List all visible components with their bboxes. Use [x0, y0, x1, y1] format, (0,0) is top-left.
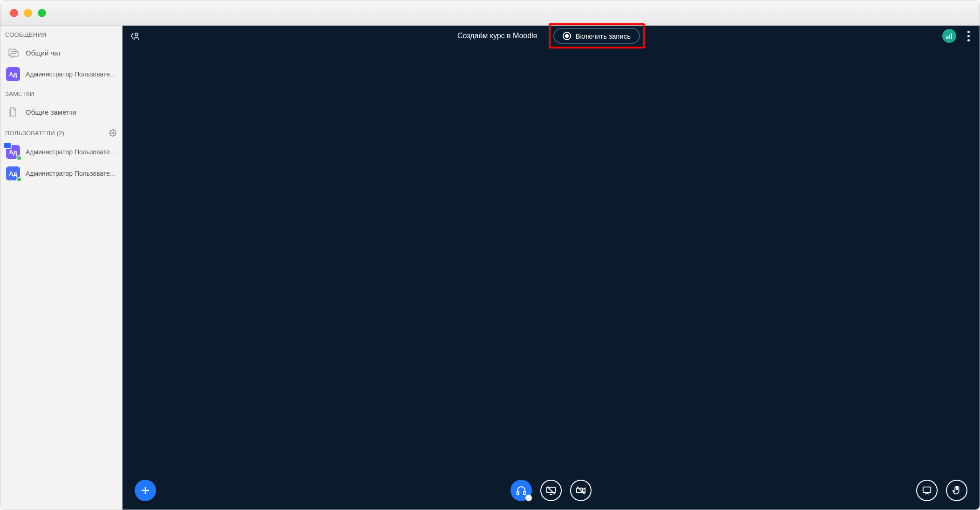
shared-notes-label: Общие заметки [26, 108, 76, 116]
room-title: Создаём курс в Moodle [457, 32, 538, 40]
camera-off-icon [575, 485, 586, 496]
window-minimize-button[interactable] [24, 9, 32, 17]
svg-rect-6 [524, 491, 525, 495]
status-online-icon [16, 155, 22, 161]
public-chat-label: Общий чат [26, 49, 61, 57]
raise-hand-icon [952, 485, 962, 496]
topbar-left [129, 30, 140, 41]
app-body: СООБЩЕНИЯ Общий чат Ад Администратор Пол… [0, 26, 980, 510]
avatar: Ад [6, 67, 20, 81]
avatar: Ад [6, 145, 20, 159]
chevron-person-icon [129, 30, 140, 41]
presentation-area[interactable] [122, 46, 980, 510]
svg-rect-3 [949, 35, 950, 39]
shared-notes-item[interactable]: Общие заметки [0, 101, 122, 123]
app-window: СООБЩЕНИЯ Общий чат Ад Администратор Пол… [0, 0, 980, 510]
document-icon [6, 105, 20, 119]
private-chat-item[interactable]: Ад Администратор Пользователь [0, 63, 122, 85]
topbar-center: Создаём курс в Moodle Включить запись [122, 23, 980, 48]
bottom-toolbar [122, 480, 980, 501]
gear-icon [109, 129, 116, 137]
options-menu-button[interactable] [964, 30, 973, 42]
svg-rect-4 [951, 34, 952, 39]
toggle-userlist-button[interactable] [129, 30, 140, 41]
connection-status-button[interactable] [942, 29, 956, 43]
headphones-icon [516, 485, 527, 496]
avatar-initials: Ад [9, 71, 17, 78]
raise-hand-button[interactable] [946, 480, 967, 501]
private-chat-user-label: Администратор Пользователь [26, 70, 116, 78]
sidebar: СООБЩЕНИЯ Общий чат Ад Администратор Пол… [0, 26, 122, 510]
topbar-right [942, 29, 973, 43]
svg-rect-2 [946, 36, 948, 39]
presentation-icon [922, 485, 932, 496]
record-button-label: Включить запись [576, 32, 631, 40]
avatar: Ад [6, 166, 20, 180]
presenter-badge-icon [3, 142, 12, 149]
signal-bars-icon [946, 32, 953, 40]
users-settings-button[interactable] [108, 128, 117, 138]
avatar-initials: Ад [9, 149, 17, 156]
audio-button[interactable] [510, 480, 532, 501]
messages-header-label: СООБЩЕНИЯ [5, 31, 47, 38]
main-area: Создаём курс в Moodle Включить запись [122, 26, 980, 510]
record-button-highlight: Включить запись [549, 23, 645, 48]
titlebar [0, 0, 980, 26]
user-name-label: Администратор Пользовате...(Вы) [26, 148, 116, 156]
actions-plus-button[interactable] [135, 480, 156, 501]
user-list-item[interactable]: Ад Администратор Пользовате...(Вы) [0, 141, 122, 163]
webcam-button[interactable] [570, 480, 592, 501]
chat-icon [6, 46, 20, 60]
plus-icon [140, 485, 151, 496]
messages-section-header: СООБЩЕНИЯ [0, 26, 122, 42]
topbar: Создаём курс в Moodle Включить запись [122, 26, 980, 46]
window-maximize-button[interactable] [38, 9, 46, 17]
notes-section-header: ЗАМЕТКИ [0, 85, 122, 101]
media-controls [510, 480, 592, 501]
users-section-header: ПОЛЬЗОВАТЕЛИ (2) [0, 123, 122, 141]
user-name-label: Администратор Пользователь [26, 170, 116, 177]
restore-presentation-button[interactable] [916, 480, 938, 501]
avatar-initials: Ад [9, 170, 17, 177]
window-close-button[interactable] [10, 9, 18, 17]
status-online-icon [16, 177, 22, 182]
svg-rect-5 [517, 491, 519, 495]
start-recording-button[interactable]: Включить запись [553, 28, 640, 44]
kebab-icon [967, 31, 970, 33]
user-list-item[interactable]: Ад Администратор Пользователь [0, 163, 122, 184]
public-chat-item[interactable]: Общий чат [0, 42, 122, 63]
svg-point-1 [135, 33, 138, 36]
svg-point-0 [112, 132, 114, 134]
share-screen-button[interactable] [540, 480, 562, 501]
record-icon [563, 32, 571, 40]
svg-rect-9 [923, 487, 931, 493]
notes-header-label: ЗАМЕТКИ [5, 90, 34, 97]
right-controls [916, 480, 967, 501]
users-header-label: ПОЛЬЗОВАТЕЛИ (2) [5, 130, 64, 137]
share-screen-off-icon [545, 485, 557, 496]
